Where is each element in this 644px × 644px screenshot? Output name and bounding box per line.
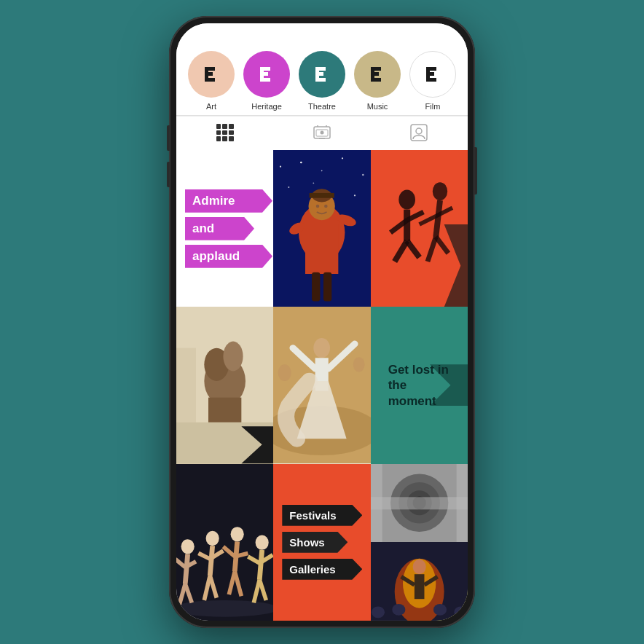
tab-bar <box>176 116 468 150</box>
teal-text-label: Get lost in the moment <box>388 362 450 409</box>
galleries-tag: Galleries <box>282 559 362 580</box>
tab-grid[interactable] <box>215 122 235 143</box>
tab-profile[interactable] <box>409 122 429 143</box>
svg-rect-6 <box>260 72 268 76</box>
svg-rect-15 <box>371 78 381 82</box>
grid-dot <box>222 124 227 129</box>
svg-point-28 <box>321 170 323 171</box>
svg-point-63 <box>223 342 243 372</box>
grid-dot <box>222 130 227 136</box>
grid-dot <box>216 124 221 129</box>
grid-cell-teal-text[interactable]: Get lost in the moment <box>371 307 468 463</box>
svg-point-121 <box>392 604 405 616</box>
svg-rect-17 <box>426 67 436 71</box>
svg-point-26 <box>280 166 281 168</box>
svg-point-24 <box>416 128 422 134</box>
yellow-top-image <box>371 464 468 543</box>
grid-cell-festival[interactable]: Festivals Shows Galleries <box>273 464 370 621</box>
category-art-circle <box>188 51 235 98</box>
grid-cell-theatre[interactable] <box>273 150 370 307</box>
svg-rect-117 <box>415 575 425 600</box>
grid-cell-dance-center[interactable] <box>273 307 370 463</box>
admire-tag: Admire <box>185 189 272 213</box>
svg-rect-66 <box>176 348 196 423</box>
theatre-scene <box>273 150 370 307</box>
svg-point-123 <box>454 607 467 619</box>
svg-point-75 <box>353 357 365 372</box>
category-film-circle <box>409 51 456 98</box>
category-film[interactable]: Film <box>409 51 456 111</box>
svg-line-53 <box>436 200 440 237</box>
svg-rect-44 <box>323 272 331 302</box>
applaud-tag: applaud <box>185 245 272 268</box>
category-theatre-circle <box>299 51 345 98</box>
category-theatre-label: Theatre <box>308 102 336 111</box>
svg-point-74 <box>278 365 291 382</box>
svg-rect-9 <box>315 67 326 71</box>
art-e-icon <box>200 63 222 85</box>
svg-point-120 <box>372 607 385 619</box>
svg-point-42 <box>324 205 328 208</box>
group-dance-scene <box>176 464 273 621</box>
grid-cell-sculpture[interactable] <box>176 307 273 463</box>
dance-center-image <box>273 307 370 463</box>
category-music-circle <box>354 51 401 98</box>
category-theatre[interactable]: Theatre <box>299 51 345 111</box>
profile-icon <box>409 122 429 143</box>
grid-cell-orange-dance[interactable] <box>371 150 468 307</box>
svg-rect-2 <box>205 72 213 76</box>
content-grid: Admire and applaud <box>176 150 468 621</box>
category-art[interactable]: Art <box>188 51 235 111</box>
svg-rect-19 <box>426 78 436 82</box>
category-heritage-label: Heritage <box>251 102 282 111</box>
sculpture-scene <box>176 307 273 463</box>
orange-dance-bg <box>371 150 468 307</box>
category-music-label: Music <box>367 102 388 111</box>
grid-dot <box>229 136 234 141</box>
grid-cell-labels[interactable]: Admire and applaud <box>176 150 273 307</box>
status-bar <box>176 23 468 45</box>
svg-rect-7 <box>260 78 270 82</box>
svg-point-98 <box>256 535 269 549</box>
category-film-label: Film <box>425 102 441 111</box>
svg-point-116 <box>412 559 425 574</box>
heritage-e-icon <box>256 63 278 85</box>
svg-rect-13 <box>371 67 381 71</box>
svg-rect-1 <box>205 67 215 71</box>
music-e-icon <box>366 63 388 85</box>
svg-point-92 <box>231 527 244 541</box>
svg-rect-11 <box>315 78 326 82</box>
grid-dot <box>216 130 221 136</box>
teal-text-content: Get lost in the moment <box>380 350 459 420</box>
svg-rect-40 <box>310 193 334 198</box>
svg-point-31 <box>288 186 290 188</box>
grid-cell-group-dance[interactable] <box>176 464 273 621</box>
concert-scene <box>371 542 468 621</box>
yellow-double-cell <box>371 464 468 621</box>
galleries-label: Galleries <box>282 559 361 580</box>
shows-label: Shows <box>282 532 361 553</box>
grid-cell-yellow[interactable] <box>371 464 468 621</box>
svg-point-29 <box>342 157 343 159</box>
svg-rect-64 <box>208 398 241 423</box>
yellow-bottom-image <box>371 542 468 621</box>
category-strip: Art Heritage <box>176 45 468 115</box>
category-heritage[interactable]: Heritage <box>243 51 290 111</box>
svg-rect-5 <box>260 67 270 71</box>
category-heritage-circle <box>243 51 290 98</box>
svg-point-27 <box>300 162 302 164</box>
volume-up-button <box>167 125 170 151</box>
svg-rect-18 <box>426 72 434 76</box>
tab-media[interactable] <box>312 122 332 143</box>
svg-point-41 <box>316 205 320 208</box>
svg-point-80 <box>181 539 195 554</box>
category-music[interactable]: Music <box>354 51 401 111</box>
phone-device: Art Heritage <box>169 16 475 628</box>
group-dance-image <box>176 464 273 621</box>
and-tag: and <box>185 217 254 240</box>
dance-scene <box>273 307 370 463</box>
svg-point-22 <box>320 131 323 135</box>
category-art-label: Art <box>206 102 216 111</box>
camera-scene <box>371 464 468 543</box>
grid-dot <box>216 136 221 141</box>
